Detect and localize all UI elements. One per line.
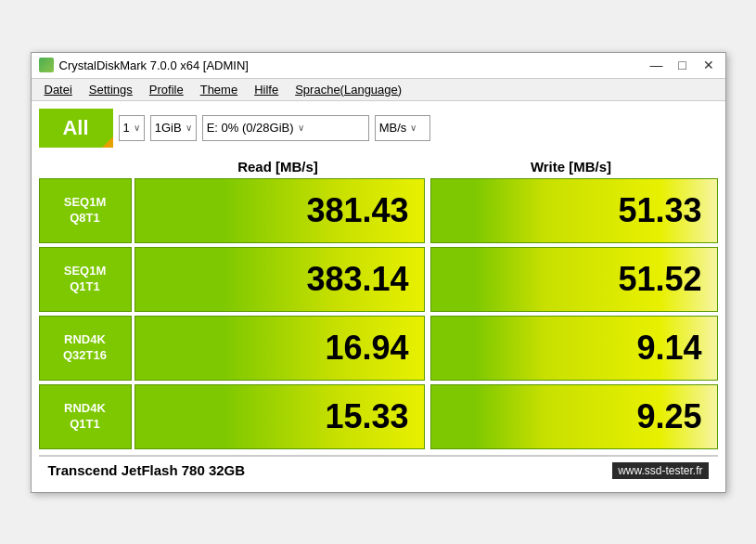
read-cell-2: 16.94 [135,316,425,381]
write-cell-0: 51.33 [430,178,718,243]
minimize-button[interactable]: — [647,58,666,72]
header-read: Read [MB/s] [132,159,425,175]
menu-language[interactable]: Sprache(Language) [288,81,409,98]
menu-settings[interactable]: Settings [82,81,140,98]
row-label-3: RND4K Q1T1 [39,384,132,449]
count-value: 1 [123,121,130,135]
window-controls: — □ ✕ [647,58,718,72]
write-cell-1: 51.52 [430,247,718,312]
row-label-0: SEQ1M Q8T1 [39,178,132,243]
device-label: Transcend JetFlash 780 32GB [48,462,246,478]
read-cell-1: 383.14 [135,247,425,312]
table-row: RND4K Q1T1 15.33 9.25 [39,384,718,449]
drive-value: E: 0% (0/28GiB) [207,121,294,135]
row-label-line1-3: RND4K [64,401,106,417]
units-select[interactable]: MB/s ∨ [375,115,430,141]
row-label-line2-2: Q32T16 [63,348,107,364]
size-arrow: ∨ [186,123,192,133]
size-value: 1GiB [155,121,182,135]
count-arrow: ∨ [134,123,140,133]
header-empty [39,159,132,175]
menu-theme[interactable]: Theme [193,81,245,98]
title-bar: CrystalDiskMark 7.0.0 x64 [ADMIN] — □ ✕ [32,53,725,79]
read-value-2: 16.94 [325,329,408,368]
footer: Transcend JetFlash 780 32GB www.ssd-test… [39,455,718,485]
website-url: www.ssd-tester.fr [612,462,708,479]
row-label-line1-1: SEQ1M [64,264,107,279]
size-select[interactable]: 1GiB ∨ [150,115,197,141]
units-arrow: ∨ [410,123,416,133]
count-select[interactable]: 1 ∨ [119,115,145,141]
row-label-1: SEQ1M Q1T1 [39,247,132,312]
table-row: RND4K Q32T16 16.94 9.14 [39,316,718,381]
window-title: CrystalDiskMark 7.0.0 x64 [ADMIN] [59,58,249,72]
main-content: All 1 ∨ 1GiB ∨ E: 0% (0/28GiB) ∨ MB/s ∨ … [32,101,725,492]
write-value-2: 9.14 [636,329,701,368]
write-value-1: 51.52 [618,260,701,299]
title-bar-left: CrystalDiskMark 7.0.0 x64 [ADMIN] [39,58,249,72]
units-value: MB/s [379,121,407,135]
top-controls: All 1 ∨ 1GiB ∨ E: 0% (0/28GiB) ∨ MB/s ∨ [39,109,718,148]
menu-bar: Datei Settings Profile Theme Hilfe Sprac… [32,79,725,101]
write-value-0: 51.33 [618,191,701,230]
read-cell-3: 15.33 [135,384,425,449]
write-cell-3: 9.25 [430,384,718,449]
row-label-2: RND4K Q32T16 [39,316,132,381]
read-value-0: 381.43 [306,191,408,230]
drive-arrow: ∨ [298,123,304,133]
menu-profile[interactable]: Profile [142,81,191,98]
close-button[interactable]: ✕ [699,58,718,72]
menu-datei[interactable]: Datei [37,81,80,98]
table-row: SEQ1M Q8T1 381.43 51.33 [39,178,718,243]
read-cell-0: 381.43 [135,178,425,243]
row-label-line1-0: SEQ1M [64,195,107,211]
header-write: Write [MB/s] [425,159,718,175]
read-value-1: 383.14 [306,260,408,299]
row-label-line2-3: Q1T1 [64,417,106,433]
app-icon [39,58,54,72]
menu-hilfe[interactable]: Hilfe [247,81,286,98]
drive-select[interactable]: E: 0% (0/28GiB) ∨ [202,115,369,141]
application-window: CrystalDiskMark 7.0.0 x64 [ADMIN] — □ ✕ … [31,52,726,493]
maximize-button[interactable]: □ [673,58,692,72]
write-cell-2: 9.14 [430,316,718,381]
write-value-3: 9.25 [636,397,701,436]
row-label-line2-0: Q8T1 [64,211,107,227]
table-header: Read [MB/s] Write [MB/s] [39,155,718,178]
read-value-3: 15.33 [325,397,408,436]
all-button[interactable]: All [39,109,113,148]
row-label-line2-1: Q1T1 [64,279,107,295]
row-label-line1-2: RND4K [63,332,107,348]
table-row: SEQ1M Q1T1 383.14 51.52 [39,247,718,312]
